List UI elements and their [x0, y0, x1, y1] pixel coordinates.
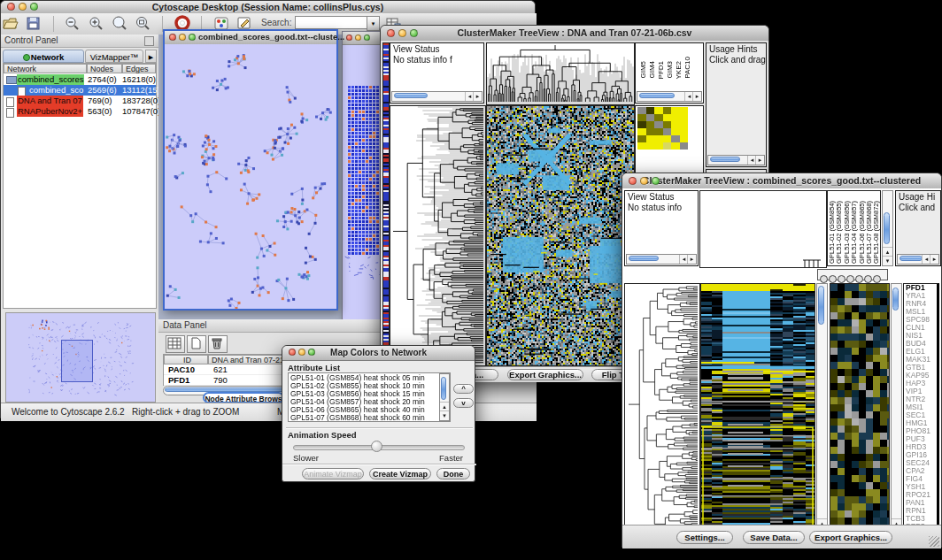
- flip-node-icon[interactable]: [855, 275, 863, 283]
- scrollbar-thumb[interactable]: [900, 256, 923, 261]
- birdseye-viewport[interactable]: [61, 340, 93, 382]
- treeview1-titlebar[interactable]: ClusterMaker TreeView : DNA and Tran 07-…: [381, 26, 768, 42]
- settings-button[interactable]: Settings...: [676, 531, 733, 544]
- minimize-icon[interactable]: [355, 35, 361, 41]
- network-tree-row[interactable]: combined_scores2764(0)16218(0): [4, 74, 156, 85]
- network-tree-row[interactable]: DNA and Tran 07769(0)183728(0): [4, 96, 156, 106]
- zoom-in-icon[interactable]: [88, 15, 105, 32]
- zoom-window-icon[interactable]: [364, 35, 370, 41]
- resize-grip[interactable]: [929, 536, 939, 547]
- animation-slider-thumb[interactable]: [371, 441, 382, 452]
- move-down-button[interactable]: v: [453, 398, 474, 408]
- tab-vizmapper[interactable]: VizMapper™: [85, 50, 143, 63]
- done-button[interactable]: Done: [436, 468, 470, 479]
- scrollbar-thumb[interactable]: [639, 93, 675, 98]
- close-icon[interactable]: [387, 29, 395, 37]
- col-edges[interactable]: Edges: [122, 64, 156, 73]
- attribute-listbox[interactable]: GPL51-01 (GSM854) heat shock 05 minGPL51…: [288, 372, 451, 422]
- flip-node-icon[interactable]: [820, 275, 828, 283]
- tv2-row-dendrogram[interactable]: [624, 283, 700, 538]
- treeview2-titlebar[interactable]: ClusterMaker TreeView : combined_scores_…: [622, 173, 941, 189]
- animate-vizmap-button[interactable]: Animate Vizmap: [302, 468, 364, 479]
- main-titlebar[interactable]: Cytoscape Desktop (Session Name: collins…: [1, 1, 535, 14]
- search-dropdown-icon[interactable]: ▾: [367, 16, 380, 31]
- zoom-out-icon[interactable]: [64, 15, 81, 32]
- tv2-zoom-heatmap[interactable]: [830, 283, 890, 529]
- flip-node-icon[interactable]: [846, 275, 854, 283]
- tv1-column-dendrogram[interactable]: [486, 42, 635, 105]
- flip-node-icon[interactable]: [829, 275, 837, 283]
- tv2-gene-list[interactable]: PFD1YRA1RNR4MSL1SPC98CLN1NIS1BUD4ELG1MAK…: [904, 284, 937, 538]
- save-data-button[interactable]: Save Data...: [743, 531, 805, 544]
- zoom-window-icon[interactable]: [652, 177, 660, 185]
- minimize-icon[interactable]: [19, 3, 27, 11]
- open-file-icon[interactable]: [2, 15, 19, 32]
- scrollbar-thumb[interactable]: [629, 256, 659, 261]
- network-tree-row[interactable]: combined_sco2569(6)13112(15): [4, 85, 156, 96]
- global-overview-strip[interactable]: [382, 42, 390, 366]
- close-icon[interactable]: [629, 177, 637, 185]
- tv2-hints-scrollbar[interactable]: ◂▸: [897, 254, 939, 265]
- scroll-down-icon[interactable]: ▾: [883, 256, 892, 265]
- export-graphics-button[interactable]: Export Graphics...: [809, 531, 892, 544]
- close-icon[interactable]: [7, 3, 15, 11]
- col-network[interactable]: Network: [4, 64, 87, 73]
- search-input[interactable]: [295, 16, 369, 29]
- id-column-header[interactable]: ID: [164, 355, 208, 364]
- attribute-scrollbar[interactable]: ▴▾: [439, 373, 450, 421]
- tv2-zoom-scrollbar[interactable]: ▴▾: [891, 283, 902, 538]
- export-graphics-button[interactable]: Export Graphics...: [507, 369, 583, 380]
- tv2-status-scrollbar[interactable]: ◂▸: [626, 254, 697, 265]
- zoom-window-icon[interactable]: [30, 3, 38, 11]
- network-canvas-2[interactable]: [343, 45, 383, 319]
- tv2-heatmap-scrollbar[interactable]: ▴▾: [816, 283, 828, 538]
- network-tree-row[interactable]: RNAPuberNov2+563(0)107847(0): [4, 106, 156, 117]
- scroll-right-icon[interactable]: ▸: [473, 92, 482, 101]
- attribute-item[interactable]: GPL51-07 (GSM868) heat shock 60 min: [289, 414, 450, 422]
- tab-network[interactable]: Network: [3, 50, 84, 63]
- scroll-down-icon[interactable]: ▾: [440, 410, 449, 420]
- scroll-right-icon[interactable]: ▸: [687, 255, 696, 264]
- minimize-icon[interactable]: [640, 177, 648, 185]
- col-nodes[interactable]: Nodes: [87, 64, 122, 73]
- dialog-titlebar[interactable]: Map Colors to Network: [282, 346, 475, 361]
- minimize-icon[interactable]: [398, 29, 406, 37]
- network-canvas-1[interactable]: [165, 44, 336, 309]
- scrollbar-thumb[interactable]: [884, 212, 890, 244]
- tv2-heatmap[interactable]: [700, 283, 815, 538]
- close-icon[interactable]: [346, 35, 352, 41]
- save-icon[interactable]: [25, 15, 42, 32]
- scrollbar-thumb[interactable]: [441, 377, 446, 400]
- scroll-right-icon[interactable]: ▸: [692, 92, 701, 101]
- close-icon[interactable]: [289, 349, 296, 356]
- create-vizmap-button[interactable]: Create Vizmap: [369, 468, 431, 479]
- scrollbar-thumb[interactable]: [394, 93, 428, 98]
- float-panel-icon[interactable]: [144, 36, 154, 46]
- tv2-top-scrollbar[interactable]: ▴▾: [882, 190, 893, 266]
- scroll-right-icon[interactable]: ▸: [930, 255, 938, 264]
- flip-node-icon[interactable]: [864, 275, 872, 283]
- tv1-status-scrollbar[interactable]: ◂▸: [391, 91, 483, 102]
- flip-node-icon[interactable]: [838, 275, 845, 283]
- scroll-right-icon[interactable]: ▸: [755, 156, 764, 165]
- tv1-hints-scrollbar[interactable]: ◂▸: [707, 155, 765, 165]
- tv2-column-dendrogram[interactable]: [699, 190, 827, 268]
- delete-attribute-icon[interactable]: [208, 335, 228, 353]
- minimize-icon[interactable]: [179, 34, 186, 41]
- zoom-window-icon[interactable]: [410, 29, 418, 37]
- zoom-window-icon[interactable]: [308, 349, 315, 356]
- flip-node-icon[interactable]: [873, 275, 881, 283]
- tv1-heatmap[interactable]: [486, 105, 635, 366]
- move-up-button[interactable]: ^: [453, 384, 474, 394]
- minimize-icon[interactable]: [298, 349, 305, 356]
- tv1-mini-heatmap[interactable]: [637, 107, 688, 150]
- birdseye-panel[interactable]: [5, 312, 156, 403]
- new-attribute-icon[interactable]: [187, 335, 206, 353]
- attribute-select-icon[interactable]: [166, 335, 185, 353]
- zoom-window-icon[interactable]: [189, 34, 196, 41]
- tab-overflow-icon[interactable]: ▶: [145, 50, 157, 63]
- close-icon[interactable]: [169, 34, 176, 41]
- tv1-row-dendrogram[interactable]: [390, 105, 486, 366]
- tv1-labels-scrollbar[interactable]: ◂▸: [637, 91, 702, 102]
- zoom-selected-icon[interactable]: [111, 15, 128, 32]
